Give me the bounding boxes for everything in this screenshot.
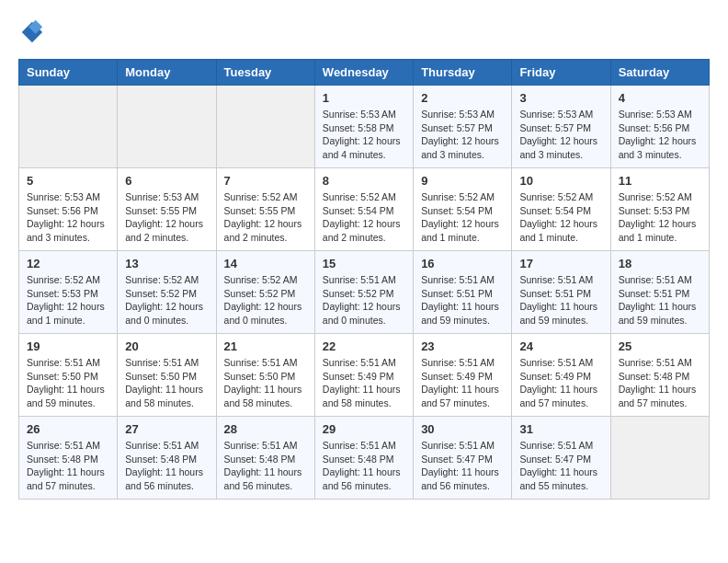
day-number: 28: [224, 422, 307, 436]
calendar-cell: 12Sunrise: 5:52 AM Sunset: 5:53 PM Dayli…: [19, 251, 118, 334]
day-number: 5: [27, 174, 109, 188]
calendar-cell: 4Sunrise: 5:53 AM Sunset: 5:56 PM Daylig…: [610, 86, 709, 168]
day-info: Sunrise: 5:51 AM Sunset: 5:51 PM Dayligh…: [421, 273, 504, 327]
day-number: 8: [323, 174, 405, 188]
calendar-cell: 3Sunrise: 5:53 AM Sunset: 5:57 PM Daylig…: [512, 86, 610, 168]
day-number: 27: [125, 422, 208, 436]
calendar-cell: 20Sunrise: 5:51 AM Sunset: 5:50 PM Dayli…: [118, 334, 216, 417]
calendar-cell: [118, 86, 216, 168]
calendar-cell: 6Sunrise: 5:53 AM Sunset: 5:55 PM Daylig…: [118, 168, 216, 251]
day-number: 3: [519, 91, 602, 105]
day-info: Sunrise: 5:51 AM Sunset: 5:48 PM Dayligh…: [323, 439, 405, 493]
calendar-cell: 14Sunrise: 5:52 AM Sunset: 5:52 PM Dayli…: [216, 251, 314, 334]
day-number: 1: [323, 91, 405, 105]
day-number: 6: [125, 174, 208, 188]
calendar-cell: 28Sunrise: 5:51 AM Sunset: 5:48 PM Dayli…: [216, 417, 314, 500]
calendar-week: 12Sunrise: 5:52 AM Sunset: 5:53 PM Dayli…: [19, 251, 710, 334]
weekday-header: Friday: [512, 60, 610, 86]
day-info: Sunrise: 5:51 AM Sunset: 5:47 PM Dayligh…: [519, 439, 602, 493]
day-info: Sunrise: 5:51 AM Sunset: 5:50 PM Dayligh…: [27, 356, 109, 410]
day-number: 23: [421, 339, 504, 353]
calendar-cell: 10Sunrise: 5:52 AM Sunset: 5:54 PM Dayli…: [512, 168, 610, 251]
calendar-cell: 23Sunrise: 5:51 AM Sunset: 5:49 PM Dayli…: [414, 334, 512, 417]
day-number: 26: [27, 422, 109, 436]
page-header: [18, 18, 710, 44]
day-info: Sunrise: 5:52 AM Sunset: 5:52 PM Dayligh…: [125, 273, 208, 327]
day-info: Sunrise: 5:51 AM Sunset: 5:48 PM Dayligh…: [27, 439, 109, 493]
day-info: Sunrise: 5:53 AM Sunset: 5:58 PM Dayligh…: [323, 108, 405, 162]
weekday-header: Wednesday: [314, 60, 413, 86]
day-info: Sunrise: 5:52 AM Sunset: 5:55 PM Dayligh…: [224, 190, 307, 245]
day-number: 4: [619, 91, 701, 105]
calendar-cell: 17Sunrise: 5:51 AM Sunset: 5:51 PM Dayli…: [512, 251, 610, 334]
calendar-cell: 25Sunrise: 5:51 AM Sunset: 5:48 PM Dayli…: [610, 334, 709, 417]
calendar-week: 26Sunrise: 5:51 AM Sunset: 5:48 PM Dayli…: [19, 417, 710, 500]
calendar-cell: [19, 86, 118, 168]
day-info: Sunrise: 5:51 AM Sunset: 5:47 PM Dayligh…: [421, 439, 504, 493]
day-number: 29: [323, 422, 405, 436]
calendar-header: SundayMondayTuesdayWednesdayThursdayFrid…: [19, 60, 710, 86]
day-number: 14: [224, 257, 307, 270]
day-info: Sunrise: 5:53 AM Sunset: 5:56 PM Dayligh…: [619, 108, 701, 162]
day-info: Sunrise: 5:52 AM Sunset: 5:53 PM Dayligh…: [27, 273, 109, 327]
calendar-cell: 16Sunrise: 5:51 AM Sunset: 5:51 PM Dayli…: [414, 251, 512, 334]
calendar-cell: 13Sunrise: 5:52 AM Sunset: 5:52 PM Dayli…: [118, 251, 216, 334]
day-info: Sunrise: 5:53 AM Sunset: 5:56 PM Dayligh…: [27, 190, 109, 245]
day-number: 12: [27, 257, 109, 270]
calendar-cell: [610, 417, 709, 500]
day-info: Sunrise: 5:51 AM Sunset: 5:48 PM Dayligh…: [619, 356, 701, 410]
weekday-header: Monday: [118, 60, 216, 86]
day-info: Sunrise: 5:53 AM Sunset: 5:57 PM Dayligh…: [519, 108, 602, 162]
day-number: 18: [619, 257, 701, 270]
day-number: 11: [619, 174, 701, 188]
calendar-cell: 18Sunrise: 5:51 AM Sunset: 5:51 PM Dayli…: [610, 251, 709, 334]
day-number: 22: [323, 339, 405, 353]
calendar-cell: 30Sunrise: 5:51 AM Sunset: 5:47 PM Dayli…: [414, 417, 512, 500]
calendar-body: 1Sunrise: 5:53 AM Sunset: 5:58 PM Daylig…: [19, 86, 710, 500]
logo-icon: [18, 18, 44, 44]
weekday-header: Sunday: [19, 60, 118, 86]
day-number: 15: [323, 257, 405, 270]
day-number: 25: [619, 339, 701, 353]
weekday-header: Thursday: [414, 60, 512, 86]
day-number: 7: [224, 174, 307, 188]
weekday-header: Saturday: [610, 60, 709, 86]
calendar-cell: 21Sunrise: 5:51 AM Sunset: 5:50 PM Dayli…: [216, 334, 314, 417]
day-info: Sunrise: 5:51 AM Sunset: 5:49 PM Dayligh…: [323, 356, 405, 410]
day-number: 20: [125, 339, 208, 353]
calendar-cell: [216, 86, 314, 168]
day-number: 19: [27, 339, 109, 353]
calendar-cell: 7Sunrise: 5:52 AM Sunset: 5:55 PM Daylig…: [216, 168, 314, 251]
day-info: Sunrise: 5:52 AM Sunset: 5:54 PM Dayligh…: [323, 190, 405, 245]
day-info: Sunrise: 5:51 AM Sunset: 5:50 PM Dayligh…: [125, 356, 208, 410]
calendar-week: 1Sunrise: 5:53 AM Sunset: 5:58 PM Daylig…: [19, 86, 710, 168]
calendar-cell: 1Sunrise: 5:53 AM Sunset: 5:58 PM Daylig…: [314, 86, 413, 168]
calendar-cell: 24Sunrise: 5:51 AM Sunset: 5:49 PM Dayli…: [512, 334, 610, 417]
day-info: Sunrise: 5:53 AM Sunset: 5:55 PM Dayligh…: [125, 190, 208, 245]
day-number: 13: [125, 257, 208, 270]
day-number: 21: [224, 339, 307, 353]
calendar-week: 5Sunrise: 5:53 AM Sunset: 5:56 PM Daylig…: [19, 168, 710, 251]
day-info: Sunrise: 5:52 AM Sunset: 5:54 PM Dayligh…: [421, 190, 504, 245]
day-info: Sunrise: 5:52 AM Sunset: 5:52 PM Dayligh…: [224, 273, 307, 327]
day-number: 17: [519, 257, 602, 270]
day-info: Sunrise: 5:51 AM Sunset: 5:51 PM Dayligh…: [619, 273, 701, 327]
calendar-cell: 31Sunrise: 5:51 AM Sunset: 5:47 PM Dayli…: [512, 417, 610, 500]
calendar-cell: 19Sunrise: 5:51 AM Sunset: 5:50 PM Dayli…: [19, 334, 118, 417]
calendar-table: SundayMondayTuesdayWednesdayThursdayFrid…: [18, 59, 710, 500]
calendar-cell: 11Sunrise: 5:52 AM Sunset: 5:53 PM Dayli…: [610, 168, 709, 251]
day-info: Sunrise: 5:52 AM Sunset: 5:54 PM Dayligh…: [519, 190, 602, 245]
calendar-cell: 26Sunrise: 5:51 AM Sunset: 5:48 PM Dayli…: [19, 417, 118, 500]
calendar-cell: 5Sunrise: 5:53 AM Sunset: 5:56 PM Daylig…: [19, 168, 118, 251]
calendar-cell: 15Sunrise: 5:51 AM Sunset: 5:52 PM Dayli…: [314, 251, 413, 334]
day-number: 16: [421, 257, 504, 270]
calendar-cell: 29Sunrise: 5:51 AM Sunset: 5:48 PM Dayli…: [314, 417, 413, 500]
day-info: Sunrise: 5:51 AM Sunset: 5:49 PM Dayligh…: [421, 356, 504, 410]
day-info: Sunrise: 5:51 AM Sunset: 5:52 PM Dayligh…: [323, 273, 405, 327]
day-number: 24: [519, 339, 602, 353]
calendar-cell: 8Sunrise: 5:52 AM Sunset: 5:54 PM Daylig…: [314, 168, 413, 251]
calendar-week: 19Sunrise: 5:51 AM Sunset: 5:50 PM Dayli…: [19, 334, 710, 417]
day-number: 2: [421, 91, 504, 105]
weekday-header: Tuesday: [216, 60, 314, 86]
day-number: 9: [421, 174, 504, 188]
